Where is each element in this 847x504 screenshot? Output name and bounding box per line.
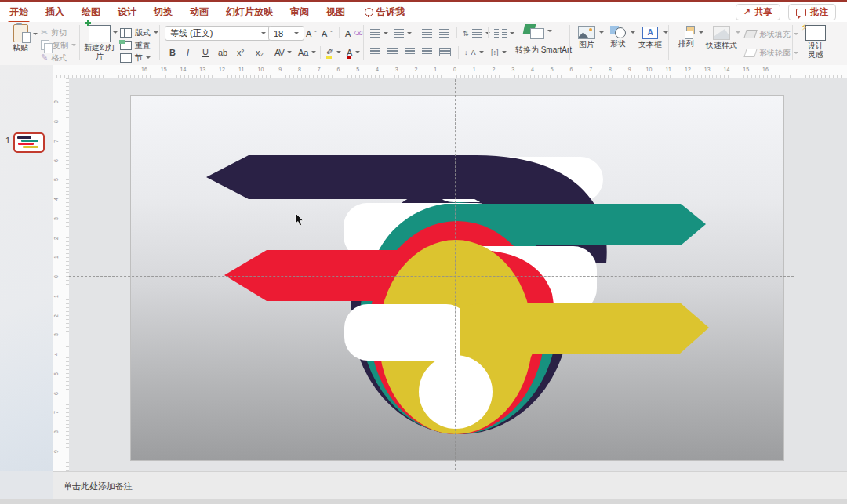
section-caret-icon[interactable] — [146, 56, 151, 59]
font-color-button[interactable]: A — [347, 46, 360, 58]
clear-formatting-button[interactable]: A⌫ — [345, 27, 363, 39]
smartart-button[interactable] — [524, 25, 552, 37]
vertical-guide[interactable] — [455, 79, 456, 494]
font-size-select[interactable]: 18 — [268, 26, 304, 41]
design-ideas-button[interactable]: 设计灵感 — [798, 24, 833, 64]
decrease-indent-button[interactable] — [422, 27, 432, 39]
align-left-button[interactable] — [370, 46, 380, 58]
ruler-v-number: 6 — [53, 159, 59, 162]
quick-styles-label: 快速样式 — [704, 41, 739, 49]
tab-view[interactable]: 视图 — [326, 5, 345, 19]
highlight-color-button[interactable]: ✐ — [326, 46, 341, 58]
strikethrough-button[interactable]: ab — [218, 46, 227, 58]
paste-button[interactable]: 粘贴 — [6, 24, 35, 64]
grow-font-button[interactable]: Aˆ — [306, 27, 317, 39]
white-center-circle-shape[interactable] — [419, 355, 493, 429]
bullets-button[interactable] — [370, 27, 388, 39]
superscript-button[interactable]: x² — [237, 46, 244, 58]
align-right-button[interactable] — [405, 46, 415, 58]
font-name-value: 等线 (正文) — [170, 27, 213, 39]
arrange-caret-icon[interactable] — [699, 31, 703, 34]
font-name-select[interactable]: 等线 (正文) — [165, 26, 271, 41]
align-center-button[interactable] — [387, 46, 398, 58]
ruler-h-number: 4 — [376, 67, 379, 72]
ruler-v-number: 3 — [53, 217, 59, 220]
smartart-convert-label[interactable]: 转换为 SmartArt — [514, 45, 573, 54]
notes-pane[interactable]: 单击此处添加备注 — [53, 471, 847, 499]
align-text-button[interactable]: [↕] — [491, 46, 507, 58]
format-painter-button[interactable]: ✎ 格式 — [41, 52, 67, 63]
cut-button[interactable]: ✂ 剪切 — [41, 27, 67, 38]
notes-placeholder[interactable]: 单击此处添加备注 — [64, 480, 133, 492]
quick-styles-button[interactable]: 快速样式 — [704, 24, 739, 64]
reset-button[interactable]: 重置 — [120, 39, 151, 51]
layout-caret-icon[interactable] — [154, 31, 158, 34]
italic-button[interactable]: I — [187, 46, 189, 58]
shapes-label: 形状 — [605, 39, 631, 48]
change-case-button[interactable]: Aa — [298, 46, 316, 58]
mouse-cursor — [295, 213, 304, 227]
slide-thumbnail[interactable] — [13, 132, 45, 153]
shapes-button[interactable]: 形状 — [605, 24, 631, 64]
tab-draw[interactable]: 绘图 — [82, 5, 100, 19]
ruler-v-number: 4 — [53, 353, 59, 356]
columns-button[interactable] — [494, 27, 514, 39]
line-spacing-button[interactable]: ⇅ — [463, 27, 490, 39]
copy-caret-icon[interactable] — [71, 44, 76, 46]
ruler-v-number: 4 — [53, 198, 59, 201]
ruler-h-number: 8 — [609, 67, 612, 72]
layout-button[interactable]: 版式 — [120, 27, 158, 38]
share-button[interactable]: ↗共享 — [736, 4, 780, 20]
tab-insert[interactable]: 插入 — [45, 5, 64, 19]
white-pill-yellow-row-shape[interactable] — [344, 304, 470, 361]
ruler-h-number: 1 — [473, 67, 476, 72]
copy-label: 复制 — [53, 40, 68, 51]
quick-styles-caret-icon[interactable] — [736, 31, 740, 34]
new-slide-button[interactable]: 新建幻灯片 — [83, 24, 116, 64]
tab-animations[interactable]: 动画 — [190, 5, 209, 19]
numbering-button[interactable] — [394, 27, 412, 39]
new-slide-caret-icon[interactable] — [113, 31, 118, 34]
section-button[interactable]: 节 — [120, 52, 151, 63]
subscript-button[interactable]: x₂ — [256, 46, 264, 58]
textbox-button[interactable]: A 文本框 — [635, 24, 665, 64]
comments-button[interactable]: 批注 — [788, 4, 836, 20]
paste-caret-icon[interactable] — [33, 33, 38, 35]
shape-fill-button[interactable]: 形状填充 — [745, 28, 798, 40]
horizontal-guide[interactable] — [69, 276, 794, 277]
ruler-h-number: 6 — [337, 67, 340, 72]
shape-fill-icon — [743, 30, 758, 38]
ruler-h-number: 14 — [724, 67, 730, 72]
distribute-button[interactable] — [439, 46, 451, 58]
align-center-icon — [387, 48, 398, 56]
shrink-font-button[interactable]: Aˇ — [322, 27, 333, 39]
ruler-v-number: 9 — [53, 100, 59, 103]
thumb-navy-bar — [17, 136, 31, 139]
increase-indent-button[interactable] — [439, 27, 449, 39]
ruler-v-number: 6 — [53, 392, 59, 395]
grow-font-label: A — [306, 29, 311, 38]
text-direction-button[interactable]: ↓A — [464, 46, 484, 58]
tab-design[interactable]: 设计 — [118, 5, 136, 19]
justify-button[interactable] — [422, 46, 432, 58]
copy-button[interactable]: 复制 — [41, 39, 76, 51]
tab-review[interactable]: 审阅 — [290, 5, 309, 19]
ruler-v-number: 2 — [53, 237, 59, 240]
ruler-h-number: 7 — [318, 67, 321, 72]
tab-slideshow[interactable]: 幻灯片放映 — [226, 5, 273, 19]
underline-button[interactable]: U — [202, 46, 209, 58]
shape-outline-button[interactable]: 形状轮廓 — [745, 47, 798, 59]
tab-tell-me[interactable]: 告诉我 — [376, 5, 405, 19]
picture-button[interactable]: 图片 — [574, 24, 599, 64]
yellow-arrow-ribbon-shape[interactable] — [460, 303, 709, 380]
slide-editing-area[interactable] — [130, 95, 784, 461]
bold-button[interactable]: B — [169, 46, 176, 58]
character-spacing-button[interactable]: AV — [274, 46, 292, 58]
tab-home[interactable]: 开始 — [9, 5, 28, 19]
slide-number: 1 — [5, 136, 10, 145]
picture-caret-icon[interactable] — [599, 31, 604, 34]
tab-transitions[interactable]: 切换 — [154, 5, 173, 19]
arrange-button[interactable]: 排列 — [673, 24, 700, 64]
mini-divider — [339, 27, 340, 38]
ruler-v-number: 7 — [53, 411, 59, 414]
